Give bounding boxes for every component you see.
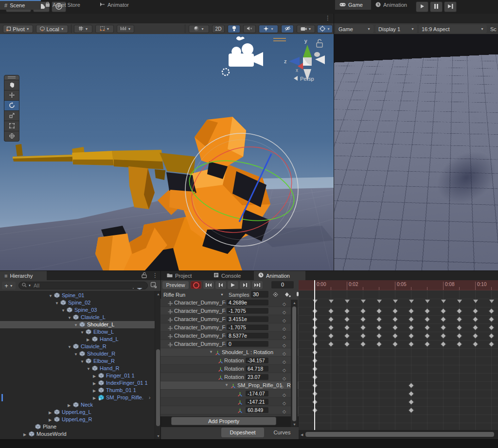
keyframe-diamond[interactable]	[488, 324, 495, 331]
dopesheet-hscrollbar[interactable]: ◀	[299, 430, 498, 439]
keyframe-diamond[interactable]	[440, 341, 446, 347]
keyframe-diamond[interactable]	[392, 341, 398, 347]
hierarchy-item[interactable]: ▶Thumb_01 1	[0, 387, 155, 394]
keyframe-diamond[interactable]	[408, 308, 414, 314]
keyframe-diamond[interactable]	[472, 333, 479, 339]
keyframe-diamond[interactable]	[424, 324, 430, 331]
tab-hierarchy[interactable]: ≡ Hierarchy	[0, 271, 47, 280]
hand-tool-button[interactable]	[4, 80, 19, 90]
keyframe-triangle[interactable]	[313, 300, 318, 303]
keyframe-triangle[interactable]	[345, 300, 350, 303]
create-object-button[interactable]: +▼	[2, 282, 16, 289]
keyframe-triangle[interactable]	[377, 300, 382, 303]
keyframe-diamond[interactable]	[440, 316, 446, 323]
hierarchy-item[interactable]: ▼Shoulder_R	[0, 350, 155, 358]
expand-caret[interactable]: ▶	[49, 409, 52, 416]
2d-toggle[interactable]: 2D	[212, 25, 225, 33]
keyframe-diamond[interactable]	[360, 316, 366, 323]
expand-caret[interactable]: ▶	[68, 402, 71, 409]
animation-property-row[interactable]: 60.849◇	[160, 406, 299, 414]
animation-property-row[interactable]: -174.07◇	[160, 390, 299, 398]
keyframe-diamond[interactable]	[424, 316, 430, 323]
property-value-field[interactable]: 4.2689e	[227, 300, 268, 305]
expand-caret[interactable]: ▼	[87, 365, 90, 373]
hierarchy-item[interactable]: ▼Spine_03	[0, 306, 155, 314]
property-value-field[interactable]: -1.7075	[227, 308, 268, 314]
keyframe-diamond[interactable]	[424, 341, 430, 347]
keyframe-diamond[interactable]	[456, 308, 462, 314]
game-target-dropdown[interactable]: Game▼	[336, 25, 374, 33]
step-button[interactable]	[444, 1, 457, 12]
keyframe-diamond[interactable]	[488, 316, 495, 323]
add-keyframe-button[interactable]	[283, 290, 293, 298]
property-value-field[interactable]: 0	[227, 341, 268, 347]
preview-toggle[interactable]: Preview	[162, 281, 189, 289]
keyframe-diamond[interactable]	[488, 333, 495, 339]
keyframe-diamond[interactable]	[328, 333, 334, 339]
hierarchy-search-field[interactable]: ▼	[18, 282, 148, 289]
keyframe-triangle[interactable]	[393, 300, 398, 303]
keyframe-diamond[interactable]	[376, 308, 382, 314]
tab-animator[interactable]: Animator	[95, 0, 146, 10]
keyframe-diamond[interactable]	[328, 308, 334, 314]
timeline-ruler[interactable]: 0:000:020:050:080:10	[299, 280, 498, 290]
tab-project[interactable]: Project	[162, 271, 207, 280]
keyframe-diamond[interactable]	[376, 316, 382, 323]
grid-snap-dropdown[interactable]: ▼	[95, 25, 114, 33]
next-key-button[interactable]	[240, 281, 250, 289]
hierarchy-item[interactable]: ▼Elbow_R	[0, 358, 155, 365]
property-value-field[interactable]: 64.718	[246, 366, 268, 372]
keyframe-triangle[interactable]	[329, 300, 334, 303]
animation-property-row[interactable]: Character_Dummy_Female_3.4151e◇	[160, 315, 299, 323]
expand-caret[interactable]: ▼	[55, 300, 59, 307]
grid-visibility-dropdown[interactable]: ▼	[74, 25, 92, 33]
animation-property-row[interactable]: -147.21◇	[160, 398, 299, 406]
hidden-objects-toggle[interactable]	[281, 25, 294, 33]
keyframe-diamond[interactable]	[472, 341, 479, 347]
keyframe-triangle[interactable]	[489, 300, 494, 303]
hierarchy-scroll-thumb[interactable]	[156, 349, 160, 426]
increment-snap-dropdown[interactable]: ▼	[117, 25, 134, 33]
expand-caret[interactable]: ▼	[80, 358, 84, 365]
pivot-dropdown[interactable]: Pivot▼	[3, 25, 33, 33]
dopesheet-tab[interactable]: Dopesheet	[221, 428, 264, 437]
add-key-diamond[interactable]: ◇	[283, 408, 286, 416]
keyframe-diamond[interactable]	[456, 324, 462, 331]
property-value-field[interactable]: -34.157	[246, 358, 268, 363]
tool-strip-handle[interactable]	[4, 75, 19, 80]
expand-caret[interactable]: ▼	[68, 314, 71, 322]
gizmos-dropdown[interactable]: ▼	[317, 25, 333, 33]
expand-caret[interactable]: ▶	[49, 416, 52, 424]
keyframe-diamond[interactable]	[392, 316, 398, 323]
hierarchy-item[interactable]: ▼Spine_01	[0, 292, 155, 299]
animation-property-row[interactable]: Rotation64.718◇	[160, 365, 299, 373]
keyframe-diamond[interactable]	[472, 308, 479, 314]
expand-caret[interactable]: ▶	[93, 373, 96, 380]
scene-tab-menu-icon[interactable]: ⋮	[325, 15, 331, 21]
expand-caret[interactable]: ▼	[74, 322, 78, 329]
scroll-down-icon[interactable]: ▼	[157, 434, 160, 438]
rect-tool-button[interactable]	[4, 121, 19, 131]
record-button[interactable]	[191, 281, 201, 289]
expand-caret[interactable]: ▶	[93, 380, 96, 387]
keyframe-diamond[interactable]	[440, 308, 446, 314]
tab-animation-top[interactable]: Animation	[371, 0, 420, 10]
property-value-field[interactable]: -147.21	[246, 399, 268, 405]
property-value-field[interactable]: 3.4151e	[227, 316, 268, 322]
clip-dropdown[interactable]: Rifle Run▼	[163, 291, 224, 298]
persp-label[interactable]: Persp	[300, 76, 314, 82]
animation-property-row[interactable]: Character_Dummy_Female_-1.7075◇	[160, 307, 299, 315]
expand-caret[interactable]: ▶	[23, 431, 26, 438]
prefab-open-arrow-icon[interactable]: ›	[149, 394, 150, 401]
keyframe-diamond[interactable]	[408, 382, 414, 389]
keyframe-diamond[interactable]	[344, 341, 350, 347]
keyframe-diamond[interactable]	[408, 324, 414, 331]
samples-field[interactable]: 30	[251, 291, 268, 298]
aspect-dropdown[interactable]: 16:9 Aspect▼	[419, 25, 487, 33]
curves-tab[interactable]: Curves	[267, 428, 297, 437]
hierarchy-menu-icon[interactable]: ⋮	[152, 272, 158, 279]
keyframe-diamond[interactable]	[376, 341, 382, 347]
keyframe-triangle[interactable]	[473, 300, 478, 303]
keyframe-diamond[interactable]	[328, 341, 334, 347]
tab-asset-store[interactable]: Asset Store	[41, 0, 95, 10]
